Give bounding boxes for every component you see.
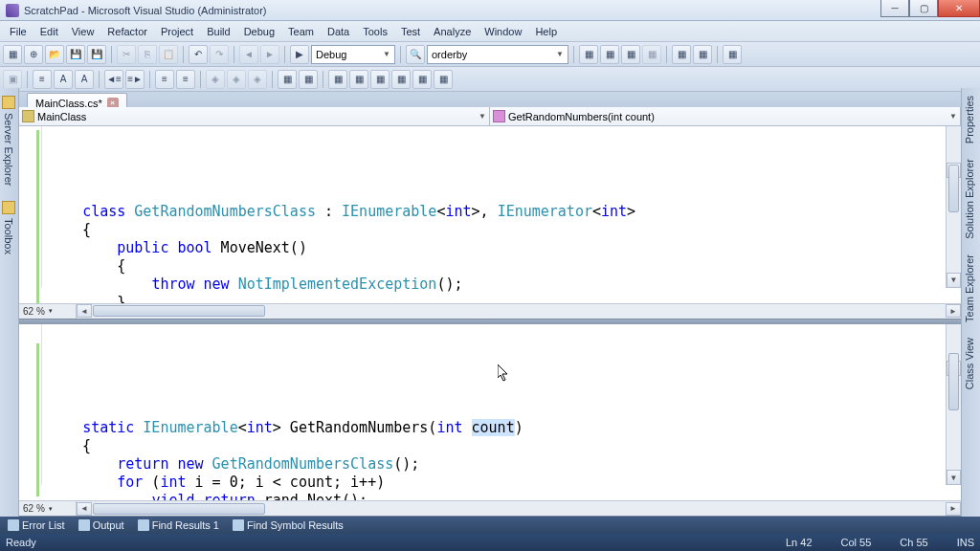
bookmark-toggle-button[interactable]: ◈ <box>206 70 225 89</box>
menu-test[interactable]: Test <box>394 23 427 40</box>
error-list-icon <box>8 519 19 531</box>
menu-edit[interactable]: Edit <box>33 23 65 40</box>
scroll-right-icon[interactable]: ► <box>946 502 961 516</box>
menu-data[interactable]: Data <box>321 23 356 40</box>
class-icon <box>22 110 34 122</box>
tb2-g[interactable]: ▦ <box>349 70 368 89</box>
class-view-tab[interactable]: Class View <box>962 330 977 397</box>
object-browser-button[interactable]: ▣ <box>3 70 22 89</box>
close-button[interactable]: ✕ <box>938 0 980 17</box>
menu-file[interactable]: File <box>3 23 33 40</box>
menu-tools[interactable]: Tools <box>356 23 394 40</box>
copy-button[interactable]: ⎘ <box>138 45 157 64</box>
nav-fwd-button[interactable]: ► <box>260 45 279 64</box>
uncomment-button[interactable]: ≡ <box>176 70 195 89</box>
status-line: Ln 42 <box>786 537 813 548</box>
find-symbol-icon <box>233 519 244 531</box>
minimize-button[interactable]: ─ <box>880 0 909 17</box>
scroll-down-icon[interactable]: ▼ <box>947 273 961 288</box>
menu-analyze[interactable]: Analyze <box>427 23 478 40</box>
menu-bar: File Edit View Refactor Project Build De… <box>0 21 980 42</box>
vertical-scrollbar[interactable]: ▲ ▼ <box>946 126 961 288</box>
save-button[interactable]: 💾 <box>66 45 85 64</box>
tb2-k[interactable]: ▦ <box>434 70 453 89</box>
menu-debug[interactable]: Debug <box>237 23 281 40</box>
code-editor-bottom[interactable]: ▲ ▼ static IEnumerable<int> GetRandomNum… <box>19 324 961 501</box>
scroll-thumb[interactable] <box>948 353 959 410</box>
status-text: Ready <box>6 537 36 548</box>
status-char: Ch 55 <box>900 537 927 548</box>
decrease-indent-button[interactable]: ◄≡ <box>104 70 123 89</box>
method-icon <box>493 110 505 122</box>
vertical-scrollbar[interactable]: ▲ ▼ <box>946 324 961 486</box>
tb-btn-d[interactable]: ▦ <box>642 45 661 64</box>
increase-indent-button[interactable]: ≡► <box>125 70 145 89</box>
tb2-b[interactable]: A <box>54 70 73 89</box>
tb-btn-c[interactable]: ▦ <box>621 45 640 64</box>
scroll-right-icon[interactable]: ► <box>946 304 961 318</box>
undo-button[interactable]: ↶ <box>189 45 208 64</box>
cut-button[interactable]: ✂ <box>117 45 136 64</box>
tb-btn-g[interactable]: ▦ <box>723 45 742 64</box>
menu-window[interactable]: Window <box>478 23 528 40</box>
scroll-thumb[interactable] <box>948 165 959 212</box>
code-editor-top[interactable]: ▲ ▼ class GetRandomNumbersClass : IEnume… <box>19 126 961 303</box>
start-debug-button[interactable]: ▶ <box>290 45 309 64</box>
nav-back-button[interactable]: ◄ <box>239 45 258 64</box>
tb2-j[interactable]: ▦ <box>412 70 432 89</box>
tb2-i[interactable]: ▦ <box>391 70 411 89</box>
save-all-button[interactable]: 💾 <box>87 45 106 64</box>
output-tab[interactable]: Output <box>73 518 130 533</box>
tb2-h[interactable]: ▦ <box>370 70 390 89</box>
status-ins: INS <box>957 537 974 548</box>
hscroll-thumb[interactable] <box>93 305 265 317</box>
quick-find-combo[interactable]: orderby▼ <box>427 45 568 64</box>
menu-help[interactable]: Help <box>528 23 564 40</box>
solution-explorer-tab[interactable]: Solution Explorer <box>962 151 977 247</box>
tb2-e[interactable]: ▦ <box>299 70 318 89</box>
scroll-left-icon[interactable]: ◄ <box>77 304 92 318</box>
tb-btn-a[interactable]: ▦ <box>579 45 598 64</box>
server-explorer-tab[interactable]: Server Explorer <box>0 88 17 193</box>
toolbar-separator <box>666 46 667 63</box>
open-button[interactable]: 📂 <box>45 45 64 64</box>
scroll-left-icon[interactable]: ◄ <box>77 502 92 516</box>
bookmark-next-button[interactable]: ◈ <box>248 70 267 89</box>
tb-btn-e[interactable]: ▦ <box>672 45 691 64</box>
tb-btn-f[interactable]: ▦ <box>693 45 712 64</box>
find-results-1-tab[interactable]: Find Results 1 <box>132 518 225 533</box>
properties-tab[interactable]: Properties <box>962 88 977 151</box>
find-button[interactable]: 🔍 <box>406 45 425 64</box>
member-nav-combo[interactable]: GetRandomNumbers(int count)▼ <box>490 107 961 125</box>
menu-project[interactable]: Project <box>154 23 200 40</box>
paste-button[interactable]: 📋 <box>159 45 178 64</box>
redo-button[interactable]: ↷ <box>210 45 229 64</box>
tb2-a[interactable]: ≡ <box>33 70 52 89</box>
error-list-tab[interactable]: Error List <box>2 518 71 533</box>
menu-team[interactable]: Team <box>281 23 321 40</box>
comment-button[interactable]: ≡ <box>155 70 174 89</box>
zoom-combo[interactable]: 62 %▼ <box>19 501 77 516</box>
maximize-button[interactable]: ▢ <box>909 0 938 17</box>
toolbar-separator <box>272 71 273 88</box>
text-editor-toolbar: ▣ ≡ A A ◄≡ ≡► ≡ ≡ ◈ ◈ ◈ ▦ ▦ ▦ ▦ ▦ ▦ ▦ ▦ <box>0 67 980 92</box>
tb2-f[interactable]: ▦ <box>328 70 347 89</box>
tb-btn-b[interactable]: ▦ <box>600 45 619 64</box>
tb2-c[interactable]: A <box>75 70 94 89</box>
type-nav-combo[interactable]: MainClass▼ <box>19 107 490 125</box>
toolbar-separator <box>717 46 718 63</box>
toolbox-tab[interactable]: Toolbox <box>0 193 17 262</box>
hscroll-thumb[interactable] <box>93 503 265 515</box>
menu-build[interactable]: Build <box>200 23 236 40</box>
menu-view[interactable]: View <box>65 23 101 40</box>
zoom-combo[interactable]: 62 %▼ <box>19 304 77 319</box>
add-item-button[interactable]: ⊕ <box>24 45 43 64</box>
scroll-down-icon[interactable]: ▼ <box>947 470 961 485</box>
bookmark-prev-button[interactable]: ◈ <box>227 70 246 89</box>
tb2-d[interactable]: ▦ <box>278 70 297 89</box>
new-project-button[interactable]: ▦ <box>3 45 22 64</box>
team-explorer-tab[interactable]: Team Explorer <box>962 247 977 330</box>
config-combo[interactable]: Debug▼ <box>311 45 395 64</box>
find-symbol-results-tab[interactable]: Find Symbol Results <box>227 518 349 533</box>
menu-refactor[interactable]: Refactor <box>100 23 154 40</box>
